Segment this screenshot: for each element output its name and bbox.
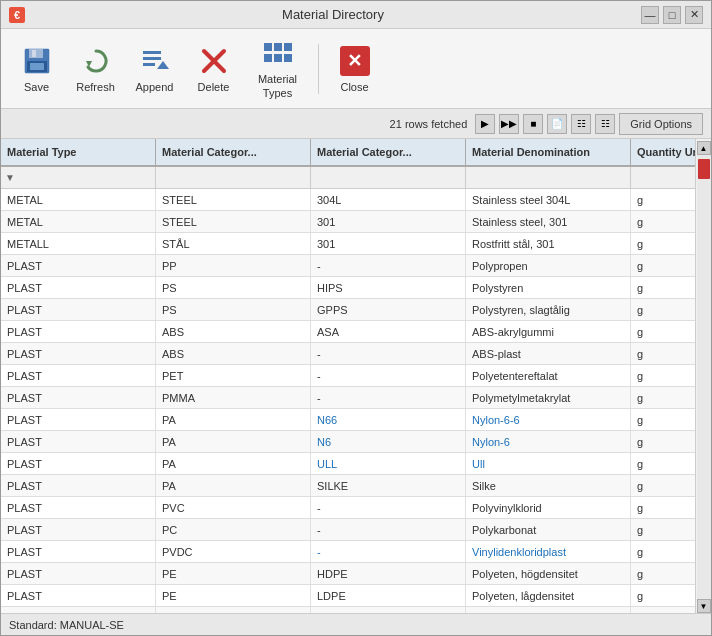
- scroll-thumb[interactable]: [698, 159, 710, 179]
- material-types-icon: [262, 37, 294, 69]
- material-types-button[interactable]: Material Types: [245, 35, 310, 103]
- save-button[interactable]: Save: [9, 35, 64, 103]
- grid-cell: ULL: [311, 453, 466, 474]
- table-row[interactable]: PLASTPSHIPSPolystyreng50: [1, 277, 695, 299]
- status-text: Standard: MANUAL-SE: [9, 619, 124, 631]
- filter-material-type[interactable]: ▼: [1, 167, 156, 188]
- window-controls: — □ ✕: [641, 6, 703, 24]
- close-icon: ✕: [339, 45, 371, 77]
- grid-cell: Rostfritt stål, 301: [466, 233, 631, 254]
- grid-cell: N66: [311, 409, 466, 430]
- grid-body: METALSTEEL304LStainless steel 304Lg100ME…: [1, 189, 695, 613]
- table-row[interactable]: PLASTABS-ABS-plastg30: [1, 343, 695, 365]
- grid-cell: SILKE: [311, 475, 466, 496]
- delete-button[interactable]: Delete: [186, 35, 241, 103]
- grid-cell: PLAST: [1, 585, 156, 606]
- scroll-up-button[interactable]: ▲: [697, 141, 711, 155]
- grid-cell: PA: [156, 409, 311, 430]
- grid-cell: PLAST: [1, 277, 156, 298]
- main-window: € Material Directory — □ ✕ Save: [0, 0, 712, 636]
- grid-cell: g: [631, 541, 695, 562]
- title-bar-left: €: [9, 7, 25, 23]
- table-row[interactable]: PLASTPC-Polykarbonatg20: [1, 519, 695, 541]
- close-window-button[interactable]: ✕: [685, 6, 703, 24]
- table-row[interactable]: PLASTPVC-Polyvinylkloridg25: [1, 497, 695, 519]
- grid-cell: -: [311, 255, 466, 276]
- filter-denomination[interactable]: [466, 167, 631, 188]
- close-button[interactable]: ✕ Close: [327, 35, 382, 103]
- table-row[interactable]: METALLSTÅL301Rostfritt stål, 301g100: [1, 233, 695, 255]
- grid-cell: g: [631, 189, 695, 210]
- right-scrollbar[interactable]: ▲ ▼: [695, 139, 711, 613]
- grid-cell: g: [631, 431, 695, 452]
- table-row[interactable]: PLASTPAULLUllg30: [1, 453, 695, 475]
- table-row[interactable]: PLASTPEHDPEPolyeten, högdensitetg40: [1, 563, 695, 585]
- grid-cell: g: [631, 321, 695, 342]
- grid-cell: PVDC: [156, 541, 311, 562]
- nav-first-button[interactable]: ▶: [475, 114, 495, 134]
- grid-header: Material Type Material Categor... Materi…: [1, 139, 695, 167]
- refresh-button[interactable]: Refresh: [68, 35, 123, 103]
- nav-stop-button[interactable]: ■: [523, 114, 543, 134]
- table-row[interactable]: PLASTPP-Polypropeng16: [1, 255, 695, 277]
- svg-rect-16: [274, 54, 282, 62]
- grid-cell: Nylon-6-6: [466, 409, 631, 430]
- grid-cell: N6: [311, 431, 466, 452]
- nav-grid-button[interactable]: ☷: [571, 114, 591, 134]
- filter-unit[interactable]: [631, 167, 695, 188]
- grid-cell: Nylon-6: [466, 431, 631, 452]
- grid-cell: STEEL: [156, 189, 311, 210]
- minimize-button[interactable]: —: [641, 6, 659, 24]
- grid-cell: PA: [156, 475, 311, 496]
- grid-cell: -: [311, 519, 466, 540]
- grid-cell: PA: [156, 453, 311, 474]
- filter-cat1[interactable]: [156, 167, 311, 188]
- filter-cat2[interactable]: [311, 167, 466, 188]
- delete-label: Delete: [198, 81, 230, 93]
- grid-cell: g: [631, 233, 695, 254]
- nav-list-button[interactable]: ☷: [595, 114, 615, 134]
- grid-wrapper: Material Type Material Categor... Materi…: [1, 139, 711, 613]
- table-row[interactable]: PLASTPMMA-Polymetylmetakrylatg25: [1, 387, 695, 409]
- table-row[interactable]: METALSTEEL301Stainless steel, 301g100: [1, 211, 695, 233]
- append-button[interactable]: Append: [127, 35, 182, 103]
- grid-cell: Polystyren, slagtålig: [466, 299, 631, 320]
- nav-last-button[interactable]: ▶▶: [499, 114, 519, 134]
- rows-fetched: 21 rows fetched: [390, 118, 468, 130]
- nav-copy-button[interactable]: 📄: [547, 114, 567, 134]
- status-bar: Standard: MANUAL-SE: [1, 613, 711, 635]
- table-row[interactable]: PLASTPAN6Nylon-6g8: [1, 431, 695, 453]
- restore-button[interactable]: □: [663, 6, 681, 24]
- svg-rect-15: [264, 54, 272, 62]
- grid-cell: HIPS: [311, 277, 466, 298]
- table-row[interactable]: PLASTPET-Polyetentereftalatg10: [1, 365, 695, 387]
- grid-cell: METALL: [1, 233, 156, 254]
- scroll-down-button[interactable]: ▼: [697, 599, 711, 613]
- grid-cell: PLAST: [1, 431, 156, 452]
- table-row[interactable]: PLASTABSASAABS-akrylgummig25: [1, 321, 695, 343]
- table-row[interactable]: PLASTPASILKESilkeg40: [1, 475, 695, 497]
- grid-cell: g: [631, 211, 695, 232]
- grid-cell: PET: [156, 365, 311, 386]
- grid-options-button[interactable]: Grid Options: [619, 113, 703, 135]
- grid-cell: PLAST: [1, 497, 156, 518]
- grid-cell: PLAST: [1, 563, 156, 584]
- table-row[interactable]: PLASTPAN66Nylon-6-6g8: [1, 409, 695, 431]
- toolbar-separator: [318, 44, 319, 94]
- grid-cell: HDPE: [311, 563, 466, 584]
- grid-cell: Polyvinylklorid: [466, 497, 631, 518]
- title-bar: € Material Directory — □ ✕: [1, 1, 711, 29]
- grid-cell: g: [631, 365, 695, 386]
- table-row[interactable]: PLASTPSGPPSPolystyren, slagtåligg40: [1, 299, 695, 321]
- table-row[interactable]: PLASTPELDPEPolyeten, lågdensitetg40: [1, 585, 695, 607]
- filter-icon: ▼: [5, 172, 15, 183]
- table-row[interactable]: PLASTPVDC-Vinylidenkloridplastg30: [1, 541, 695, 563]
- grid-cell: Polypropen: [466, 255, 631, 276]
- table-row[interactable]: METALSTEEL304LStainless steel 304Lg100: [1, 189, 695, 211]
- refresh-icon: [80, 45, 112, 77]
- grid-cell: Polyetentereftalat: [466, 365, 631, 386]
- scroll-track[interactable]: [697, 155, 711, 599]
- close-label: Close: [340, 81, 368, 93]
- grid-cell: g: [631, 299, 695, 320]
- grid-cell: ABS-akrylgummi: [466, 321, 631, 342]
